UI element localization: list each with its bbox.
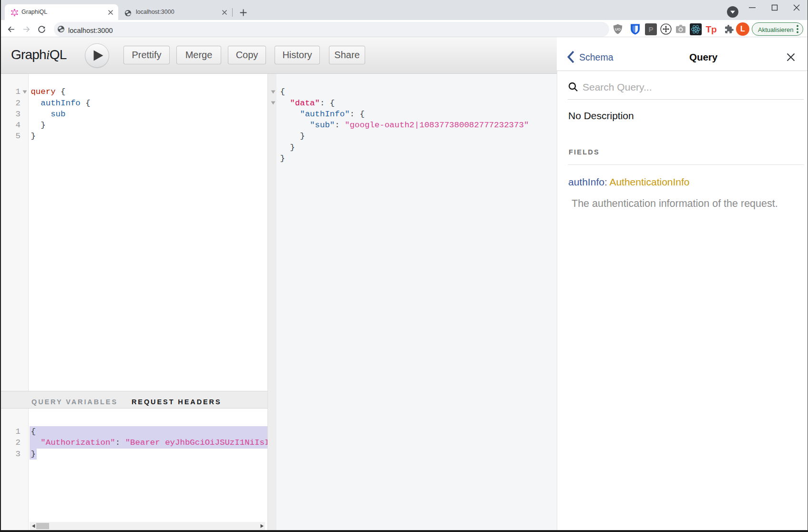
svg-text:UO: UO [615, 27, 621, 31]
